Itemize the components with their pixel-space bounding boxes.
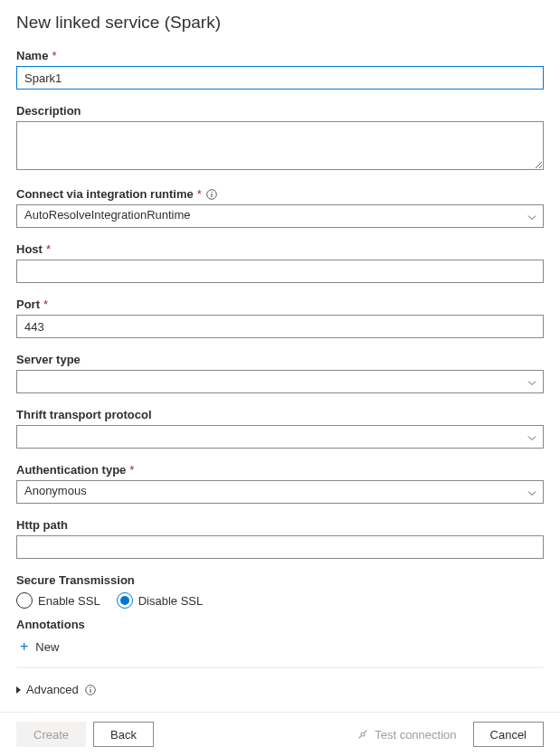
runtime-select[interactable]: AutoResolveIntegrationRuntime bbox=[16, 204, 544, 228]
required-asterisk: * bbox=[52, 49, 56, 62]
host-input[interactable] bbox=[16, 260, 544, 283]
auth-type-select[interactable]: Anonymous bbox=[16, 480, 544, 504]
name-input[interactable] bbox=[16, 66, 544, 90]
create-button[interactable]: Create bbox=[16, 722, 86, 747]
http-path-label: Http path bbox=[16, 518, 544, 532]
disable-ssl-label: Disable SSL bbox=[138, 594, 204, 608]
thrift-select[interactable] bbox=[16, 425, 544, 449]
info-icon[interactable] bbox=[205, 188, 218, 201]
host-label: Host * bbox=[16, 242, 544, 256]
test-connection-button: Test connection bbox=[356, 728, 456, 742]
description-label: Description bbox=[16, 104, 544, 118]
name-label: Name * bbox=[16, 49, 544, 62]
disable-ssl-radio[interactable]: Disable SSL bbox=[117, 592, 204, 609]
auth-type-label: Authentication type * bbox=[16, 463, 544, 477]
radio-icon bbox=[117, 592, 133, 609]
enable-ssl-radio[interactable]: Enable SSL bbox=[16, 592, 100, 609]
plus-icon: + bbox=[20, 638, 28, 655]
page-title: New linked service (Spark) bbox=[16, 13, 544, 33]
required-asterisk: * bbox=[46, 242, 51, 256]
secure-transmission-label: Secure Transmission bbox=[16, 573, 544, 587]
http-path-input[interactable] bbox=[16, 535, 544, 559]
info-icon[interactable] bbox=[84, 684, 97, 696]
server-type-label: Server type bbox=[16, 353, 544, 366]
back-button[interactable]: Back bbox=[93, 722, 154, 747]
description-input[interactable] bbox=[16, 121, 544, 170]
thrift-label: Thrift transport protocol bbox=[16, 408, 544, 421]
svg-point-4 bbox=[90, 686, 90, 687]
enable-ssl-label: Enable SSL bbox=[38, 594, 100, 608]
server-type-select[interactable] bbox=[16, 370, 544, 393]
svg-rect-5 bbox=[90, 689, 90, 693]
required-asterisk: * bbox=[197, 187, 202, 201]
chevron-right-icon bbox=[16, 686, 21, 694]
divider bbox=[16, 667, 544, 668]
required-asterisk: * bbox=[129, 463, 134, 477]
footer: Create Back Test connection Cancel bbox=[0, 712, 560, 756]
cancel-button[interactable]: Cancel bbox=[473, 722, 544, 747]
required-asterisk: * bbox=[43, 298, 48, 311]
annotations-label: Annotations bbox=[16, 618, 544, 631]
svg-point-1 bbox=[211, 191, 212, 192]
radio-icon bbox=[16, 592, 33, 609]
port-input[interactable] bbox=[16, 315, 544, 338]
connection-icon bbox=[356, 728, 369, 741]
advanced-toggle[interactable]: Advanced bbox=[16, 679, 544, 700]
port-label: Port * bbox=[16, 298, 544, 311]
runtime-label: Connect via integration runtime * bbox=[16, 187, 544, 201]
svg-rect-2 bbox=[211, 194, 212, 197]
new-annotation-button[interactable]: + New bbox=[16, 633, 544, 660]
